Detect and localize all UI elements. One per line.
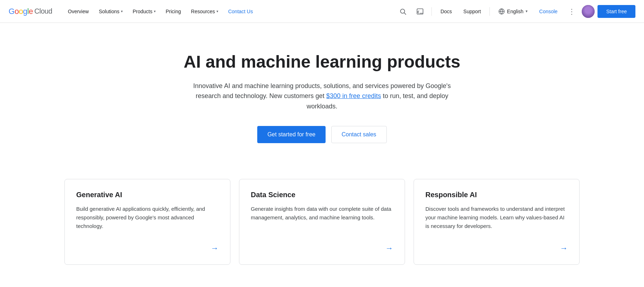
hero-buttons: Get started for free Contact sales — [9, 126, 635, 143]
avatar[interactable] — [582, 5, 595, 18]
hero-description: Innovative AI and machine learning produ… — [186, 81, 458, 112]
main-nav: Overview Solutions ▾ Products ▾ Pricing … — [64, 6, 396, 17]
card-responsible-ai-arrow: → — [425, 244, 568, 253]
card-responsible-ai-desc: Discover tools and frameworks to underst… — [425, 205, 568, 235]
credits-link[interactable]: $300 in free credits — [326, 92, 381, 99]
card-data-science-desc: Generate insights from data with our com… — [251, 205, 393, 235]
language-selector[interactable]: English ▾ — [494, 6, 532, 17]
more-icon: ⋮ — [568, 7, 576, 16]
nav-resources[interactable]: Resources ▾ — [187, 6, 223, 17]
cloud-label: Cloud — [34, 7, 52, 15]
docs-link[interactable]: Docs — [436, 6, 456, 17]
more-options-button[interactable]: ⋮ — [565, 4, 579, 19]
arrow-icon: → — [560, 244, 568, 253]
chevron-down-icon: ▾ — [526, 9, 528, 14]
chevron-down-icon: ▾ — [216, 9, 218, 13]
page-title: AI and machine learning products — [9, 52, 635, 72]
get-started-button[interactable]: Get started for free — [257, 126, 325, 143]
chevron-down-icon: ▾ — [154, 9, 156, 13]
svg-point-0 — [400, 9, 405, 13]
cards-section: Generative AI Build generative AI applic… — [36, 165, 608, 286]
card-data-science[interactable]: Data Science Generate insights from data… — [239, 179, 405, 265]
card-generative-ai-desc: Build generative AI applications quickly… — [76, 205, 219, 235]
contact-sales-button[interactable]: Contact sales — [331, 126, 387, 143]
svg-line-1 — [404, 13, 406, 14]
nav-contact[interactable]: Contact Us — [224, 6, 257, 17]
card-responsible-ai-title: Responsible AI — [425, 191, 568, 199]
logo[interactable]: Google Cloud — [9, 7, 52, 16]
navbar-right: Docs Support English ▾ Console ⋮ Start f… — [396, 4, 635, 19]
nav-divider-2 — [489, 7, 490, 16]
card-generative-ai-arrow: → — [76, 244, 219, 253]
nav-divider — [431, 7, 432, 16]
card-data-science-title: Data Science — [251, 191, 393, 199]
terminal-icon — [416, 8, 424, 15]
arrow-icon: → — [211, 244, 219, 253]
nav-products[interactable]: Products ▾ — [128, 6, 160, 17]
card-data-science-arrow: → — [251, 244, 393, 253]
hero-section: AI and machine learning products Innovat… — [0, 23, 644, 165]
support-link[interactable]: Support — [459, 6, 485, 17]
card-generative-ai[interactable]: Generative AI Build generative AI applic… — [64, 179, 230, 265]
terminal-button[interactable] — [413, 4, 427, 19]
chevron-down-icon: ▾ — [121, 9, 123, 13]
card-responsible-ai[interactable]: Responsible AI Discover tools and framew… — [414, 179, 580, 265]
nav-solutions[interactable]: Solutions ▾ — [94, 6, 127, 17]
search-button[interactable] — [396, 4, 410, 19]
card-generative-ai-title: Generative AI — [76, 191, 219, 199]
arrow-icon: → — [385, 244, 393, 253]
nav-pricing[interactable]: Pricing — [161, 6, 185, 17]
nav-overview[interactable]: Overview — [64, 6, 93, 17]
navbar: Google Cloud Overview Solutions ▾ Produc… — [0, 0, 644, 23]
start-free-button[interactable]: Start free — [597, 5, 635, 18]
console-link[interactable]: Console — [535, 6, 562, 17]
google-logo: Google Cloud — [9, 7, 52, 16]
search-icon — [399, 8, 406, 15]
language-label: English — [507, 9, 523, 14]
globe-icon — [498, 8, 505, 15]
